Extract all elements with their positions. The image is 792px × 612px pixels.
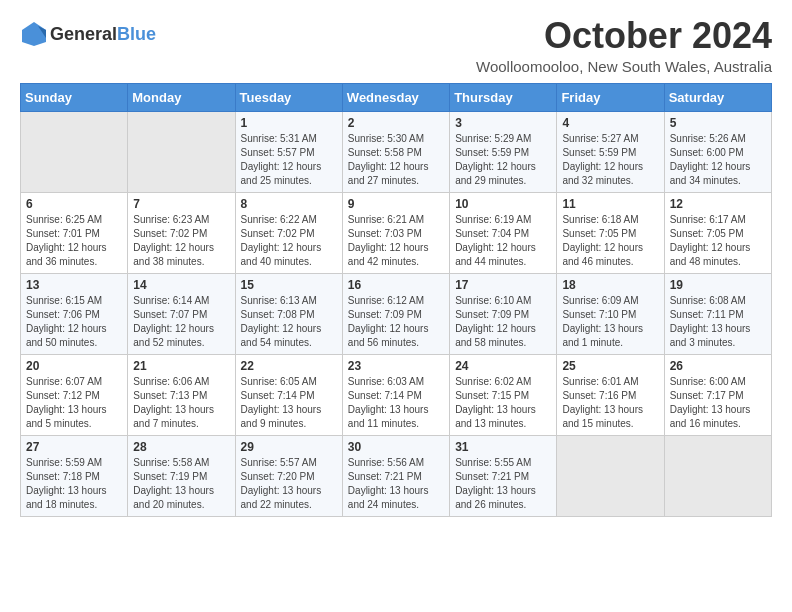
calendar-cell: 4Sunrise: 5:27 AMSunset: 5:59 PMDaylight…	[557, 111, 664, 192]
day-number: 21	[133, 359, 229, 373]
day-number: 11	[562, 197, 658, 211]
calendar-cell: 23Sunrise: 6:03 AMSunset: 7:14 PMDayligh…	[342, 354, 449, 435]
day-number: 1	[241, 116, 337, 130]
day-info: Sunrise: 6:05 AMSunset: 7:14 PMDaylight:…	[241, 375, 337, 431]
calendar-cell: 6Sunrise: 6:25 AMSunset: 7:01 PMDaylight…	[21, 192, 128, 273]
day-number: 12	[670, 197, 766, 211]
calendar-cell: 14Sunrise: 6:14 AMSunset: 7:07 PMDayligh…	[128, 273, 235, 354]
day-number: 23	[348, 359, 444, 373]
calendar-cell: 5Sunrise: 5:26 AMSunset: 6:00 PMDaylight…	[664, 111, 771, 192]
day-info: Sunrise: 6:17 AMSunset: 7:05 PMDaylight:…	[670, 213, 766, 269]
day-number: 22	[241, 359, 337, 373]
calendar-cell	[21, 111, 128, 192]
day-number: 7	[133, 197, 229, 211]
calendar-cell: 10Sunrise: 6:19 AMSunset: 7:04 PMDayligh…	[450, 192, 557, 273]
calendar-cell: 25Sunrise: 6:01 AMSunset: 7:16 PMDayligh…	[557, 354, 664, 435]
day-info: Sunrise: 5:27 AMSunset: 5:59 PMDaylight:…	[562, 132, 658, 188]
calendar-cell: 22Sunrise: 6:05 AMSunset: 7:14 PMDayligh…	[235, 354, 342, 435]
day-info: Sunrise: 6:03 AMSunset: 7:14 PMDaylight:…	[348, 375, 444, 431]
day-number: 18	[562, 278, 658, 292]
title-block: October 2024 Woolloomooloo, New South Wa…	[476, 16, 772, 75]
day-number: 27	[26, 440, 122, 454]
day-number: 14	[133, 278, 229, 292]
calendar-cell: 12Sunrise: 6:17 AMSunset: 7:05 PMDayligh…	[664, 192, 771, 273]
day-info: Sunrise: 6:12 AMSunset: 7:09 PMDaylight:…	[348, 294, 444, 350]
logo: GeneralBlue	[20, 20, 156, 48]
calendar-cell: 31Sunrise: 5:55 AMSunset: 7:21 PMDayligh…	[450, 435, 557, 516]
day-info: Sunrise: 6:14 AMSunset: 7:07 PMDaylight:…	[133, 294, 229, 350]
page-header: GeneralBlue October 2024 Woolloomooloo, …	[20, 16, 772, 75]
calendar-week-row: 20Sunrise: 6:07 AMSunset: 7:12 PMDayligh…	[21, 354, 772, 435]
day-number: 4	[562, 116, 658, 130]
day-number: 16	[348, 278, 444, 292]
day-number: 29	[241, 440, 337, 454]
day-info: Sunrise: 6:02 AMSunset: 7:15 PMDaylight:…	[455, 375, 551, 431]
calendar-week-row: 27Sunrise: 5:59 AMSunset: 7:18 PMDayligh…	[21, 435, 772, 516]
day-info: Sunrise: 5:31 AMSunset: 5:57 PMDaylight:…	[241, 132, 337, 188]
day-info: Sunrise: 6:06 AMSunset: 7:13 PMDaylight:…	[133, 375, 229, 431]
day-info: Sunrise: 6:09 AMSunset: 7:10 PMDaylight:…	[562, 294, 658, 350]
day-number: 24	[455, 359, 551, 373]
svg-marker-0	[22, 22, 46, 46]
day-info: Sunrise: 5:57 AMSunset: 7:20 PMDaylight:…	[241, 456, 337, 512]
calendar-cell: 18Sunrise: 6:09 AMSunset: 7:10 PMDayligh…	[557, 273, 664, 354]
day-info: Sunrise: 6:22 AMSunset: 7:02 PMDaylight:…	[241, 213, 337, 269]
logo-general: General	[50, 24, 117, 44]
day-number: 13	[26, 278, 122, 292]
day-of-week-tuesday: Tuesday	[235, 83, 342, 111]
day-info: Sunrise: 6:18 AMSunset: 7:05 PMDaylight:…	[562, 213, 658, 269]
day-number: 30	[348, 440, 444, 454]
day-info: Sunrise: 5:59 AMSunset: 7:18 PMDaylight:…	[26, 456, 122, 512]
day-number: 31	[455, 440, 551, 454]
calendar-cell: 16Sunrise: 6:12 AMSunset: 7:09 PMDayligh…	[342, 273, 449, 354]
calendar-cell: 8Sunrise: 6:22 AMSunset: 7:02 PMDaylight…	[235, 192, 342, 273]
day-of-week-wednesday: Wednesday	[342, 83, 449, 111]
day-number: 8	[241, 197, 337, 211]
calendar-week-row: 1Sunrise: 5:31 AMSunset: 5:57 PMDaylight…	[21, 111, 772, 192]
calendar-cell: 20Sunrise: 6:07 AMSunset: 7:12 PMDayligh…	[21, 354, 128, 435]
day-info: Sunrise: 6:23 AMSunset: 7:02 PMDaylight:…	[133, 213, 229, 269]
calendar-cell: 21Sunrise: 6:06 AMSunset: 7:13 PMDayligh…	[128, 354, 235, 435]
logo-blue: Blue	[117, 24, 156, 44]
day-number: 19	[670, 278, 766, 292]
day-info: Sunrise: 6:10 AMSunset: 7:09 PMDaylight:…	[455, 294, 551, 350]
day-info: Sunrise: 6:13 AMSunset: 7:08 PMDaylight:…	[241, 294, 337, 350]
day-info: Sunrise: 6:01 AMSunset: 7:16 PMDaylight:…	[562, 375, 658, 431]
calendar-cell: 1Sunrise: 5:31 AMSunset: 5:57 PMDaylight…	[235, 111, 342, 192]
calendar-cell: 27Sunrise: 5:59 AMSunset: 7:18 PMDayligh…	[21, 435, 128, 516]
day-number: 15	[241, 278, 337, 292]
day-number: 26	[670, 359, 766, 373]
calendar-cell: 29Sunrise: 5:57 AMSunset: 7:20 PMDayligh…	[235, 435, 342, 516]
day-info: Sunrise: 6:21 AMSunset: 7:03 PMDaylight:…	[348, 213, 444, 269]
day-of-week-saturday: Saturday	[664, 83, 771, 111]
day-info: Sunrise: 5:55 AMSunset: 7:21 PMDaylight:…	[455, 456, 551, 512]
calendar-cell	[664, 435, 771, 516]
calendar-cell: 7Sunrise: 6:23 AMSunset: 7:02 PMDaylight…	[128, 192, 235, 273]
day-number: 20	[26, 359, 122, 373]
day-number: 6	[26, 197, 122, 211]
calendar-cell: 3Sunrise: 5:29 AMSunset: 5:59 PMDaylight…	[450, 111, 557, 192]
calendar-cell: 15Sunrise: 6:13 AMSunset: 7:08 PMDayligh…	[235, 273, 342, 354]
day-number: 10	[455, 197, 551, 211]
calendar-header-row: SundayMondayTuesdayWednesdayThursdayFrid…	[21, 83, 772, 111]
calendar-cell: 19Sunrise: 6:08 AMSunset: 7:11 PMDayligh…	[664, 273, 771, 354]
day-number: 5	[670, 116, 766, 130]
day-number: 3	[455, 116, 551, 130]
day-of-week-friday: Friday	[557, 83, 664, 111]
day-info: Sunrise: 6:07 AMSunset: 7:12 PMDaylight:…	[26, 375, 122, 431]
day-info: Sunrise: 6:00 AMSunset: 7:17 PMDaylight:…	[670, 375, 766, 431]
day-info: Sunrise: 6:25 AMSunset: 7:01 PMDaylight:…	[26, 213, 122, 269]
calendar-cell: 11Sunrise: 6:18 AMSunset: 7:05 PMDayligh…	[557, 192, 664, 273]
calendar-cell: 28Sunrise: 5:58 AMSunset: 7:19 PMDayligh…	[128, 435, 235, 516]
day-of-week-sunday: Sunday	[21, 83, 128, 111]
day-info: Sunrise: 6:08 AMSunset: 7:11 PMDaylight:…	[670, 294, 766, 350]
calendar-cell: 30Sunrise: 5:56 AMSunset: 7:21 PMDayligh…	[342, 435, 449, 516]
calendar-cell	[557, 435, 664, 516]
calendar-cell: 24Sunrise: 6:02 AMSunset: 7:15 PMDayligh…	[450, 354, 557, 435]
day-info: Sunrise: 6:19 AMSunset: 7:04 PMDaylight:…	[455, 213, 551, 269]
day-info: Sunrise: 5:29 AMSunset: 5:59 PMDaylight:…	[455, 132, 551, 188]
day-number: 9	[348, 197, 444, 211]
calendar-cell: 2Sunrise: 5:30 AMSunset: 5:58 PMDaylight…	[342, 111, 449, 192]
month-title: October 2024	[476, 16, 772, 56]
calendar-week-row: 6Sunrise: 6:25 AMSunset: 7:01 PMDaylight…	[21, 192, 772, 273]
